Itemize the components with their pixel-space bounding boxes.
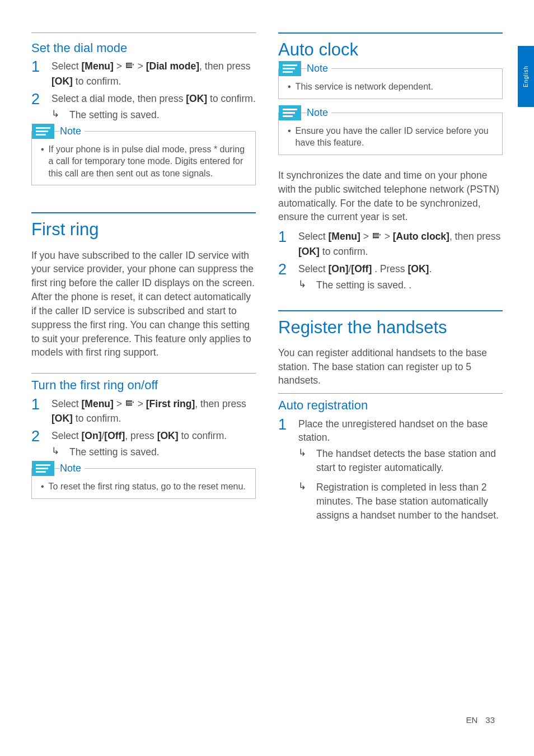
note-box: Note To reset the first ring status, go … — [31, 468, 256, 499]
step-result: ↳ Registration is completed in less than… — [298, 480, 503, 522]
result-arrow-icon: ↳ — [298, 447, 308, 475]
note-header: Note — [279, 61, 502, 76]
dial-mode-steps: 1 Select [Menu] > > [Dial mode], then pr… — [31, 59, 256, 122]
step-text: Select [On]/[Off] . Press [OK]. ↳ The se… — [298, 262, 503, 292]
svg-rect-4 — [126, 400, 132, 401]
step-result: ↳ The setting is saved. — [51, 445, 256, 459]
list-item: 1 Select [Menu] > > [Dial mode], then pr… — [31, 59, 256, 88]
language-tab-label: English — [523, 66, 529, 87]
note-text: Ensure you have the caller ID service be… — [288, 125, 495, 149]
note-icon — [32, 461, 54, 476]
left-column: Set the dial mode 1 Select [Menu] > > [D… — [31, 32, 256, 530]
step-result: ↳ The setting is saved. . — [298, 278, 503, 292]
step-text: Select [Menu] > > [Auto clock], then pre… — [298, 230, 503, 259]
step-number: 1 — [278, 230, 291, 259]
note-icon — [32, 124, 54, 139]
svg-rect-8 — [373, 237, 379, 238]
note-text: This service is network dependent. — [288, 81, 495, 93]
result-arrow-icon: ↳ — [298, 480, 308, 522]
step-text: Select [On]/[Off], press [OK] to confirm… — [51, 429, 256, 459]
note-label: Note — [307, 62, 331, 75]
step-text: Place the unregistered handset on the ba… — [298, 417, 503, 522]
auto-registration-steps: 1 Place the unregistered handset on the … — [278, 417, 503, 522]
note-text: To reset the first ring status, go to th… — [41, 480, 249, 493]
note-header: Note — [32, 124, 255, 139]
auto-clock-steps: 1 Select [Menu] > > [Auto clock], then p… — [278, 230, 503, 292]
note-header: Note — [32, 461, 255, 476]
note-box: Note If your phone is in pulse dial mode… — [31, 131, 256, 186]
step-number: 1 — [278, 417, 291, 522]
svg-rect-7 — [373, 233, 379, 234]
result-arrow-icon: ↳ — [51, 445, 62, 459]
note-header: Note — [279, 105, 502, 120]
dial-mode-heading: Set the dial mode — [31, 41, 256, 55]
first-ring-heading: First ring — [31, 212, 256, 239]
step-text: Select [Menu] > > [First ring], then pre… — [51, 397, 256, 426]
first-ring-paragraph: If you have subscribed to the caller ID … — [31, 249, 256, 360]
note-label: Note — [60, 124, 85, 138]
auto-clock-heading: Auto clock — [278, 32, 503, 59]
page-body: Set the dial mode 1 Select [Menu] > > [D… — [0, 0, 534, 530]
footer-page-number: 33 — [485, 715, 495, 725]
register-paragraph: You can register additional handsets to … — [278, 346, 503, 388]
register-heading: Register the handsets — [278, 310, 503, 337]
list-item: 1 Select [Menu] > > [First ring], then p… — [31, 397, 256, 426]
svg-rect-6 — [373, 233, 373, 238]
first-ring-steps: 1 Select [Menu] > > [First ring], then p… — [31, 397, 256, 459]
note-icon — [279, 105, 301, 120]
note-text: If your phone is in pulse dial mode, pre… — [41, 143, 249, 180]
list-item: 2 Select [On]/[Off] . Press [OK]. ↳ The … — [278, 262, 503, 292]
auto-registration-heading: Auto registration — [278, 393, 503, 412]
result-arrow-icon: ↳ — [298, 278, 308, 292]
list-item: 2 Select [On]/[Off], press [OK] to confi… — [31, 429, 256, 459]
step-number: 2 — [31, 92, 44, 122]
settings-icon — [372, 231, 382, 245]
first-ring-sub-heading: Turn the first ring on/off — [31, 373, 256, 392]
note-icon — [279, 61, 301, 76]
footer-language: EN — [466, 715, 477, 725]
result-arrow-icon: ↳ — [51, 108, 62, 122]
note-box: Note Ensure you have the caller ID servi… — [278, 113, 503, 155]
step-number: 1 — [31, 59, 44, 88]
list-item: 1 Select [Menu] > > [Auto clock], then p… — [278, 230, 503, 259]
list-item: 2 Select a dial mode, then press [OK] to… — [31, 92, 256, 122]
svg-rect-2 — [126, 67, 132, 68]
language-tab: English — [518, 46, 534, 107]
step-number: 2 — [278, 262, 291, 292]
step-result: ↳ The handset detects the base station a… — [298, 447, 503, 475]
settings-icon — [125, 398, 135, 412]
page-footer: EN 33 — [466, 715, 495, 725]
right-column: Auto clock Note This service is network … — [278, 32, 503, 530]
settings-icon — [125, 60, 135, 74]
top-rule — [31, 32, 256, 41]
note-box: Note This service is network dependent. — [278, 68, 503, 99]
svg-rect-5 — [126, 405, 132, 405]
auto-clock-paragraph: It synchronizes the date and time on you… — [278, 169, 503, 224]
list-item: 1 Place the unregistered handset on the … — [278, 417, 503, 522]
step-text: Select [Menu] > > [Dial mode], then pres… — [51, 59, 256, 88]
svg-rect-1 — [126, 63, 132, 63]
step-number: 1 — [31, 397, 44, 426]
svg-rect-3 — [126, 400, 127, 405]
svg-rect-0 — [126, 63, 127, 68]
note-label: Note — [60, 461, 85, 475]
step-result: ↳ The setting is saved. — [51, 108, 256, 122]
step-number: 2 — [31, 429, 44, 459]
note-label: Note — [307, 106, 331, 119]
step-text: Select a dial mode, then press [OK] to c… — [51, 92, 256, 122]
